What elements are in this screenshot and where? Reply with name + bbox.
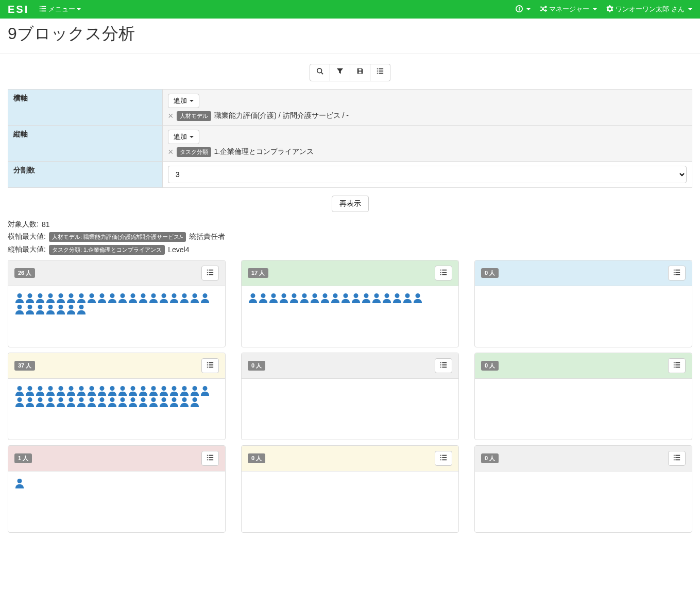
person-icon[interactable] <box>180 386 189 396</box>
person-icon[interactable] <box>77 386 86 396</box>
person-icon[interactable] <box>15 478 24 488</box>
person-icon[interactable] <box>46 386 55 396</box>
person-icon[interactable] <box>46 304 55 314</box>
add-button-horizontal[interactable]: 追加 <box>168 94 199 108</box>
person-icon[interactable] <box>77 397 86 407</box>
person-icon[interactable] <box>36 386 45 396</box>
person-icon[interactable] <box>36 397 45 407</box>
person-icon[interactable] <box>15 397 24 407</box>
person-icon[interactable] <box>77 293 86 303</box>
person-icon[interactable] <box>310 293 319 303</box>
person-icon[interactable] <box>169 397 179 407</box>
redisplay-button[interactable]: 再表示 <box>332 196 369 212</box>
person-icon[interactable] <box>190 397 199 407</box>
person-icon[interactable] <box>248 293 258 303</box>
person-icon[interactable] <box>139 293 148 303</box>
person-icon[interactable] <box>362 293 371 303</box>
person-icon[interactable] <box>25 386 35 396</box>
person-icon[interactable] <box>382 293 391 303</box>
manager-dropdown[interactable]: マネージャー <box>540 5 597 14</box>
person-icon[interactable] <box>66 293 76 303</box>
person-icon[interactable] <box>128 386 138 396</box>
remove-tag-button[interactable]: × <box>168 147 174 156</box>
person-icon[interactable] <box>289 293 299 303</box>
person-icon[interactable] <box>66 397 76 407</box>
block-list-button[interactable] <box>435 358 452 373</box>
person-icon[interactable] <box>180 397 189 407</box>
person-icon[interactable] <box>15 304 24 314</box>
block-list-button[interactable] <box>435 451 452 466</box>
split-select[interactable]: 3 <box>168 166 687 183</box>
block-list-button[interactable] <box>668 266 686 281</box>
person-icon[interactable] <box>269 293 278 303</box>
person-icon[interactable] <box>149 386 158 396</box>
person-icon[interactable] <box>403 293 412 303</box>
person-icon[interactable] <box>180 293 189 303</box>
block-list-button[interactable] <box>435 266 452 281</box>
person-icon[interactable] <box>159 386 168 396</box>
person-icon[interactable] <box>108 386 117 396</box>
save-button[interactable] <box>350 64 370 81</box>
person-icon[interactable] <box>77 304 86 314</box>
person-icon[interactable] <box>331 293 340 303</box>
brand-logo[interactable]: ESI <box>8 4 29 15</box>
list-view-button[interactable] <box>370 64 390 81</box>
person-icon[interactable] <box>159 397 168 407</box>
person-icon[interactable] <box>97 293 107 303</box>
block-list-button[interactable] <box>668 451 686 466</box>
person-icon[interactable] <box>87 397 96 407</box>
person-icon[interactable] <box>15 386 24 396</box>
person-icon[interactable] <box>259 293 268 303</box>
person-icon[interactable] <box>320 293 330 303</box>
person-icon[interactable] <box>56 304 65 314</box>
person-icon[interactable] <box>190 386 199 396</box>
person-icon[interactable] <box>200 386 210 396</box>
person-icon[interactable] <box>118 293 127 303</box>
person-icon[interactable] <box>372 293 381 303</box>
person-icon[interactable] <box>25 304 35 314</box>
person-icon[interactable] <box>118 386 127 396</box>
person-icon[interactable] <box>118 397 127 407</box>
person-icon[interactable] <box>128 293 138 303</box>
person-icon[interactable] <box>149 293 158 303</box>
person-icon[interactable] <box>300 293 309 303</box>
person-icon[interactable] <box>46 397 55 407</box>
block-list-button[interactable] <box>201 266 219 281</box>
menu-dropdown[interactable]: メニュー <box>39 5 81 14</box>
person-icon[interactable] <box>66 304 76 314</box>
block-list-button[interactable] <box>668 358 686 373</box>
remove-tag-button[interactable]: × <box>168 111 174 120</box>
person-icon[interactable] <box>97 397 107 407</box>
person-icon[interactable] <box>139 386 148 396</box>
person-icon[interactable] <box>139 397 148 407</box>
person-icon[interactable] <box>87 293 96 303</box>
block-list-button[interactable] <box>201 451 219 466</box>
person-icon[interactable] <box>56 386 65 396</box>
person-icon[interactable] <box>108 293 117 303</box>
person-icon[interactable] <box>36 293 45 303</box>
person-icon[interactable] <box>66 386 76 396</box>
person-icon[interactable] <box>46 293 55 303</box>
person-icon[interactable] <box>87 386 96 396</box>
person-icon[interactable] <box>97 386 107 396</box>
person-icon[interactable] <box>128 397 138 407</box>
person-icon[interactable] <box>190 293 199 303</box>
person-icon[interactable] <box>169 386 179 396</box>
person-icon[interactable] <box>25 397 35 407</box>
person-icon[interactable] <box>108 397 117 407</box>
person-icon[interactable] <box>25 293 35 303</box>
block-list-button[interactable] <box>201 358 219 373</box>
person-icon[interactable] <box>200 293 210 303</box>
person-icon[interactable] <box>392 293 402 303</box>
person-icon[interactable] <box>413 293 422 303</box>
info-dropdown[interactable] <box>516 5 531 14</box>
person-icon[interactable] <box>279 293 288 303</box>
person-icon[interactable] <box>351 293 361 303</box>
search-button[interactable] <box>310 64 330 81</box>
person-icon[interactable] <box>159 293 168 303</box>
user-dropdown[interactable]: ワンオーワン太郎 さん <box>606 5 692 14</box>
person-icon[interactable] <box>149 397 158 407</box>
person-icon[interactable] <box>36 304 45 314</box>
person-icon[interactable] <box>56 293 65 303</box>
person-icon[interactable] <box>15 293 24 303</box>
